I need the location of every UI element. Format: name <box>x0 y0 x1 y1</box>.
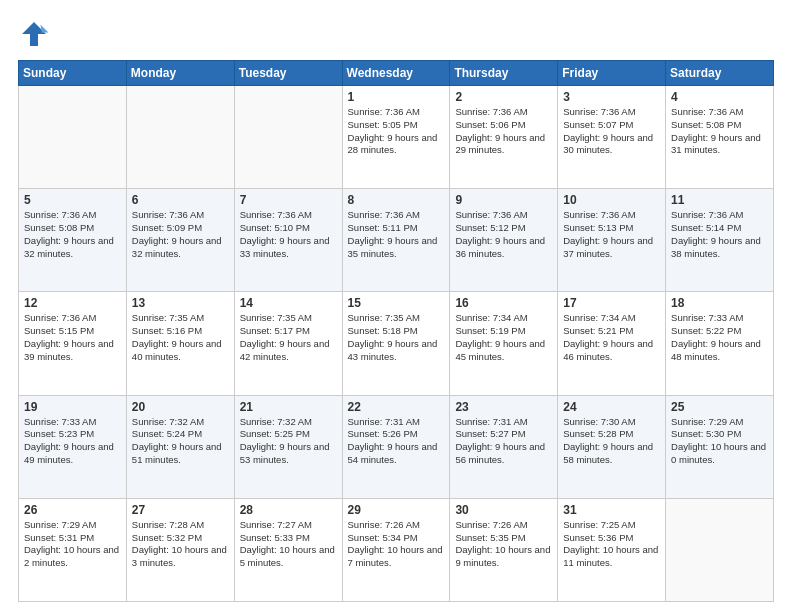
logo-icon <box>18 18 50 50</box>
calendar-cell <box>234 86 342 189</box>
svg-marker-0 <box>22 22 46 46</box>
day-info: Sunrise: 7:36 AM Sunset: 5:14 PM Dayligh… <box>671 209 768 260</box>
day-header-wednesday: Wednesday <box>342 61 450 86</box>
day-number: 12 <box>24 296 121 310</box>
calendar-table: SundayMondayTuesdayWednesdayThursdayFrid… <box>18 60 774 602</box>
day-info: Sunrise: 7:36 AM Sunset: 5:11 PM Dayligh… <box>348 209 445 260</box>
day-number: 16 <box>455 296 552 310</box>
calendar-cell: 27Sunrise: 7:28 AM Sunset: 5:32 PM Dayli… <box>126 498 234 601</box>
day-number: 3 <box>563 90 660 104</box>
calendar-cell: 23Sunrise: 7:31 AM Sunset: 5:27 PM Dayli… <box>450 395 558 498</box>
logo <box>18 18 54 50</box>
day-number: 29 <box>348 503 445 517</box>
day-info: Sunrise: 7:36 AM Sunset: 5:08 PM Dayligh… <box>671 106 768 157</box>
calendar-cell: 10Sunrise: 7:36 AM Sunset: 5:13 PM Dayli… <box>558 189 666 292</box>
day-info: Sunrise: 7:35 AM Sunset: 5:16 PM Dayligh… <box>132 312 229 363</box>
day-info: Sunrise: 7:36 AM Sunset: 5:08 PM Dayligh… <box>24 209 121 260</box>
day-header-friday: Friday <box>558 61 666 86</box>
day-info: Sunrise: 7:33 AM Sunset: 5:22 PM Dayligh… <box>671 312 768 363</box>
calendar-cell: 2Sunrise: 7:36 AM Sunset: 5:06 PM Daylig… <box>450 86 558 189</box>
day-info: Sunrise: 7:36 AM Sunset: 5:15 PM Dayligh… <box>24 312 121 363</box>
calendar-cell: 7Sunrise: 7:36 AM Sunset: 5:10 PM Daylig… <box>234 189 342 292</box>
day-info: Sunrise: 7:26 AM Sunset: 5:35 PM Dayligh… <box>455 519 552 570</box>
calendar-cell: 19Sunrise: 7:33 AM Sunset: 5:23 PM Dayli… <box>19 395 127 498</box>
calendar-cell: 9Sunrise: 7:36 AM Sunset: 5:12 PM Daylig… <box>450 189 558 292</box>
day-info: Sunrise: 7:34 AM Sunset: 5:21 PM Dayligh… <box>563 312 660 363</box>
calendar-cell: 24Sunrise: 7:30 AM Sunset: 5:28 PM Dayli… <box>558 395 666 498</box>
week-row-3: 12Sunrise: 7:36 AM Sunset: 5:15 PM Dayli… <box>19 292 774 395</box>
day-info: Sunrise: 7:36 AM Sunset: 5:06 PM Dayligh… <box>455 106 552 157</box>
day-info: Sunrise: 7:32 AM Sunset: 5:25 PM Dayligh… <box>240 416 337 467</box>
day-number: 11 <box>671 193 768 207</box>
calendar-cell: 14Sunrise: 7:35 AM Sunset: 5:17 PM Dayli… <box>234 292 342 395</box>
week-row-1: 1Sunrise: 7:36 AM Sunset: 5:05 PM Daylig… <box>19 86 774 189</box>
day-info: Sunrise: 7:27 AM Sunset: 5:33 PM Dayligh… <box>240 519 337 570</box>
day-info: Sunrise: 7:28 AM Sunset: 5:32 PM Dayligh… <box>132 519 229 570</box>
day-number: 18 <box>671 296 768 310</box>
day-number: 27 <box>132 503 229 517</box>
day-number: 25 <box>671 400 768 414</box>
day-info: Sunrise: 7:36 AM Sunset: 5:12 PM Dayligh… <box>455 209 552 260</box>
day-info: Sunrise: 7:32 AM Sunset: 5:24 PM Dayligh… <box>132 416 229 467</box>
day-info: Sunrise: 7:34 AM Sunset: 5:19 PM Dayligh… <box>455 312 552 363</box>
day-number: 19 <box>24 400 121 414</box>
calendar-cell: 15Sunrise: 7:35 AM Sunset: 5:18 PM Dayli… <box>342 292 450 395</box>
day-number: 1 <box>348 90 445 104</box>
day-number: 13 <box>132 296 229 310</box>
day-info: Sunrise: 7:29 AM Sunset: 5:31 PM Dayligh… <box>24 519 121 570</box>
day-number: 7 <box>240 193 337 207</box>
day-number: 6 <box>132 193 229 207</box>
day-number: 30 <box>455 503 552 517</box>
week-row-5: 26Sunrise: 7:29 AM Sunset: 5:31 PM Dayli… <box>19 498 774 601</box>
calendar-cell: 6Sunrise: 7:36 AM Sunset: 5:09 PM Daylig… <box>126 189 234 292</box>
calendar-cell: 12Sunrise: 7:36 AM Sunset: 5:15 PM Dayli… <box>19 292 127 395</box>
day-info: Sunrise: 7:35 AM Sunset: 5:18 PM Dayligh… <box>348 312 445 363</box>
day-number: 23 <box>455 400 552 414</box>
day-number: 17 <box>563 296 660 310</box>
day-number: 4 <box>671 90 768 104</box>
calendar-cell: 30Sunrise: 7:26 AM Sunset: 5:35 PM Dayli… <box>450 498 558 601</box>
day-info: Sunrise: 7:31 AM Sunset: 5:27 PM Dayligh… <box>455 416 552 467</box>
day-info: Sunrise: 7:36 AM Sunset: 5:09 PM Dayligh… <box>132 209 229 260</box>
day-header-tuesday: Tuesday <box>234 61 342 86</box>
day-number: 10 <box>563 193 660 207</box>
calendar-header-row: SundayMondayTuesdayWednesdayThursdayFrid… <box>19 61 774 86</box>
day-info: Sunrise: 7:36 AM Sunset: 5:10 PM Dayligh… <box>240 209 337 260</box>
calendar-cell <box>19 86 127 189</box>
day-number: 2 <box>455 90 552 104</box>
day-number: 22 <box>348 400 445 414</box>
calendar-cell: 20Sunrise: 7:32 AM Sunset: 5:24 PM Dayli… <box>126 395 234 498</box>
day-info: Sunrise: 7:30 AM Sunset: 5:28 PM Dayligh… <box>563 416 660 467</box>
day-number: 28 <box>240 503 337 517</box>
day-number: 15 <box>348 296 445 310</box>
calendar-cell: 21Sunrise: 7:32 AM Sunset: 5:25 PM Dayli… <box>234 395 342 498</box>
day-number: 21 <box>240 400 337 414</box>
day-info: Sunrise: 7:29 AM Sunset: 5:30 PM Dayligh… <box>671 416 768 467</box>
calendar-cell: 22Sunrise: 7:31 AM Sunset: 5:26 PM Dayli… <box>342 395 450 498</box>
day-header-thursday: Thursday <box>450 61 558 86</box>
day-header-sunday: Sunday <box>19 61 127 86</box>
day-number: 14 <box>240 296 337 310</box>
week-row-2: 5Sunrise: 7:36 AM Sunset: 5:08 PM Daylig… <box>19 189 774 292</box>
day-number: 31 <box>563 503 660 517</box>
day-header-saturday: Saturday <box>666 61 774 86</box>
calendar-cell: 11Sunrise: 7:36 AM Sunset: 5:14 PM Dayli… <box>666 189 774 292</box>
day-info: Sunrise: 7:25 AM Sunset: 5:36 PM Dayligh… <box>563 519 660 570</box>
week-row-4: 19Sunrise: 7:33 AM Sunset: 5:23 PM Dayli… <box>19 395 774 498</box>
calendar-cell: 17Sunrise: 7:34 AM Sunset: 5:21 PM Dayli… <box>558 292 666 395</box>
header <box>18 18 774 50</box>
day-number: 5 <box>24 193 121 207</box>
day-info: Sunrise: 7:26 AM Sunset: 5:34 PM Dayligh… <box>348 519 445 570</box>
calendar-cell: 4Sunrise: 7:36 AM Sunset: 5:08 PM Daylig… <box>666 86 774 189</box>
day-info: Sunrise: 7:35 AM Sunset: 5:17 PM Dayligh… <box>240 312 337 363</box>
page: SundayMondayTuesdayWednesdayThursdayFrid… <box>0 0 792 612</box>
day-number: 20 <box>132 400 229 414</box>
day-info: Sunrise: 7:31 AM Sunset: 5:26 PM Dayligh… <box>348 416 445 467</box>
calendar-cell: 3Sunrise: 7:36 AM Sunset: 5:07 PM Daylig… <box>558 86 666 189</box>
calendar-cell: 1Sunrise: 7:36 AM Sunset: 5:05 PM Daylig… <box>342 86 450 189</box>
day-header-monday: Monday <box>126 61 234 86</box>
day-info: Sunrise: 7:33 AM Sunset: 5:23 PM Dayligh… <box>24 416 121 467</box>
day-number: 24 <box>563 400 660 414</box>
calendar-cell: 26Sunrise: 7:29 AM Sunset: 5:31 PM Dayli… <box>19 498 127 601</box>
calendar-cell: 13Sunrise: 7:35 AM Sunset: 5:16 PM Dayli… <box>126 292 234 395</box>
